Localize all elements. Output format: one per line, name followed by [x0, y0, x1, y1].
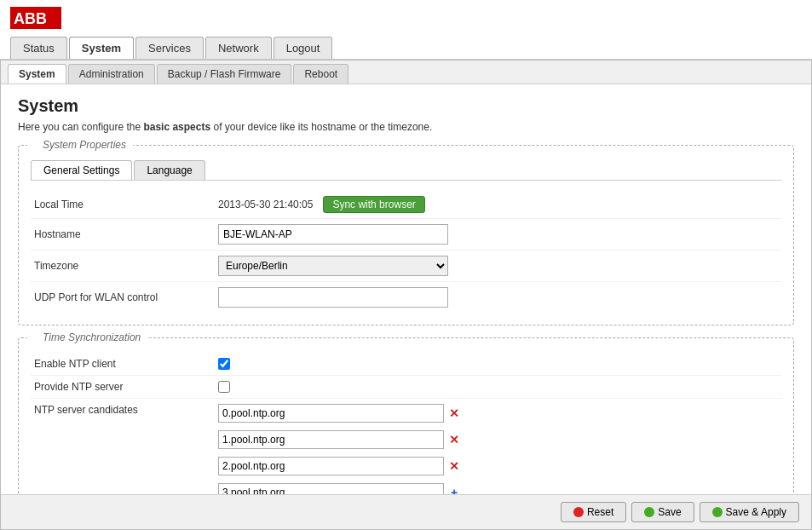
save-label: Save [658, 506, 681, 518]
ntp-add-button[interactable]: + [447, 486, 461, 494]
footer: Reset Save Save & Apply [1, 494, 811, 529]
desc-post: of your device like its hostname or the … [210, 121, 432, 133]
local-time-control: 2013-05-30 21:40:05 Sync with browser [218, 196, 781, 213]
ntp-server-input-1[interactable] [218, 430, 444, 449]
time-sync-title: Time Synchronization [39, 331, 144, 343]
save-apply-button[interactable]: Save & Apply [700, 502, 799, 522]
app: ABB Status System Services Network Logou… [0, 0, 812, 530]
inner-tabs: General Settings Language [31, 160, 781, 181]
enable-ntp-checkbox[interactable] [218, 358, 230, 370]
hostname-row: Hostname [31, 219, 781, 251]
content-area: System Administration Backup / Flash Fir… [0, 60, 812, 530]
udp-port-control [218, 287, 781, 308]
local-time-label: Local Time [31, 199, 218, 210]
main-tab-services[interactable]: Services [135, 37, 204, 59]
reset-button[interactable]: Reset [561, 502, 626, 522]
ntp-server-row-0: ✕ [218, 404, 461, 423]
sub-tab-system[interactable]: System [8, 64, 66, 84]
desc-bold: basic aspects [143, 121, 210, 133]
udp-port-row: UDP Port for WLAN control [31, 282, 781, 313]
header: ABB Status System Services Network Logou… [0, 0, 812, 60]
abb-logo: ABB [10, 7, 61, 29]
ntp-remove-button-0[interactable]: ✕ [447, 406, 461, 420]
main-content: System Here you can configure the basic … [1, 84, 811, 494]
udp-port-input[interactable] [218, 287, 448, 308]
ntp-server-row-2: ✕ [218, 457, 461, 475]
save-icon [644, 507, 654, 517]
timezone-select[interactable]: Europe/Berlin UTC America/New_York Asia/… [218, 256, 448, 276]
sub-nav: System Administration Backup / Flash Fir… [1, 60, 811, 84]
ntp-server-row-1: ✕ [218, 430, 461, 449]
system-properties-title: System Properties [39, 139, 130, 151]
provide-ntp-checkbox[interactable] [218, 381, 230, 393]
enable-ntp-control [218, 358, 781, 370]
ntp-add-icon: + [451, 487, 458, 494]
reset-label: Reset [587, 506, 613, 518]
time-sync-inner: Enable NTP client Provide NTP server [19, 344, 793, 494]
ntp-candidates-label: NTP server candidates [31, 404, 218, 416]
page-description: Here you can configure the basic aspects… [18, 121, 794, 133]
main-tab-status[interactable]: Status [10, 37, 67, 59]
main-tab-logout[interactable]: Logout [274, 37, 333, 59]
udp-port-label: UDP Port for WLAN control [31, 291, 218, 303]
ntp-server-input-3[interactable] [218, 483, 444, 494]
enable-ntp-label: Enable NTP client [31, 358, 218, 370]
desc-pre: Here you can configure the [18, 121, 143, 133]
save-button[interactable]: Save [631, 502, 694, 522]
page-title: System [18, 96, 794, 116]
hostname-label: Hostname [31, 228, 218, 240]
svg-text:ABB: ABB [14, 10, 47, 27]
sub-tab-reboot[interactable]: Reboot [293, 64, 348, 84]
system-properties-section: System Properties General Settings Langu… [18, 145, 794, 325]
time-sync-section: Time Synchronization Enable NTP client P… [18, 337, 794, 494]
sub-tab-backup-flash[interactable]: Backup / Flash Firmware [157, 64, 292, 84]
inner-tab-general[interactable]: General Settings [31, 160, 132, 180]
system-properties-inner: General Settings Language Local Time 201… [19, 152, 793, 325]
sync-with-browser-button[interactable]: Sync with browser [323, 196, 424, 213]
ntp-server-input-0[interactable] [218, 404, 444, 423]
main-tab-network[interactable]: Network [205, 37, 272, 59]
logo: ABB [10, 7, 802, 32]
ntp-server-input-2[interactable] [218, 457, 444, 475]
hostname-input[interactable] [218, 224, 448, 245]
sub-tab-administration[interactable]: Administration [68, 64, 155, 84]
inner-tab-language[interactable]: Language [134, 160, 204, 180]
save-apply-label: Save & Apply [726, 506, 786, 518]
timezone-control: Europe/Berlin UTC America/New_York Asia/… [218, 256, 781, 276]
ntp-server-row-3: + [218, 483, 461, 494]
save-apply-icon [712, 507, 723, 517]
ntp-candidates-control: ✕ ✕ ✕ + [218, 404, 781, 494]
local-time-row: Local Time 2013-05-30 21:40:05 Sync with… [31, 191, 781, 219]
ntp-remove-icon-1: ✕ [449, 434, 459, 446]
ntp-remove-button-1[interactable]: ✕ [447, 433, 461, 446]
reset-icon [573, 507, 584, 517]
provide-ntp-control [218, 381, 781, 393]
main-nav: Status System Services Network Logout [10, 37, 802, 59]
ntp-remove-button-2[interactable]: ✕ [447, 459, 461, 473]
ntp-candidates-row: NTP server candidates ✕ ✕ [31, 399, 781, 494]
main-tab-system[interactable]: System [69, 37, 134, 59]
timezone-row: Timezone Europe/Berlin UTC America/New_Y… [31, 251, 781, 282]
timezone-label: Timezone [31, 260, 218, 272]
enable-ntp-row: Enable NTP client [31, 353, 781, 376]
ntp-remove-icon-0: ✕ [449, 407, 459, 419]
local-time-value: 2013-05-30 21:40:05 [218, 199, 313, 210]
ntp-remove-icon-2: ✕ [449, 460, 459, 472]
provide-ntp-label: Provide NTP server [31, 381, 218, 393]
hostname-control [218, 224, 781, 245]
provide-ntp-row: Provide NTP server [31, 376, 781, 399]
